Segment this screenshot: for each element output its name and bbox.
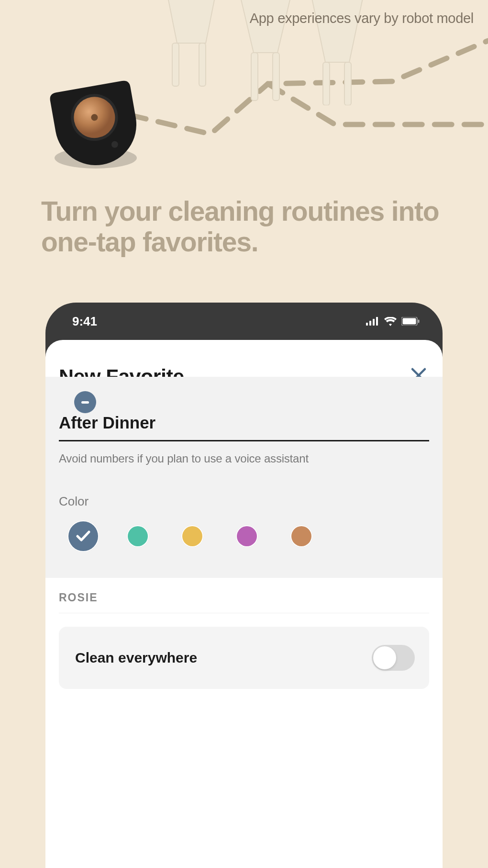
color-swatch-row — [59, 526, 429, 546]
svg-rect-13 — [373, 319, 375, 326]
toggle-knob — [373, 646, 396, 669]
hero-disclaimer: App experiences vary by robot model — [250, 11, 474, 26]
robot-section: ROSIE Clean everywhere — [45, 578, 443, 689]
svg-rect-12 — [369, 321, 371, 326]
color-swatch-3[interactable] — [237, 526, 257, 546]
favorite-config-panel: Avoid numbers if you plan to use a voice… — [45, 377, 443, 578]
color-section-label: Color — [59, 494, 429, 509]
svg-rect-14 — [376, 317, 378, 326]
svg-rect-16 — [403, 318, 416, 325]
clean-everywhere-row: Clean everywhere — [59, 627, 429, 689]
modal-sheet: New Favorite Avoid numbers if you plan t… — [45, 340, 443, 868]
clean-everywhere-label: Clean everywhere — [75, 650, 197, 666]
color-swatch-1[interactable] — [128, 526, 148, 546]
check-icon — [76, 530, 90, 542]
status-time: 9:41 — [72, 314, 97, 329]
status-icons — [366, 317, 420, 326]
status-bar: 9:41 — [45, 303, 443, 340]
svg-rect-17 — [418, 320, 420, 323]
color-swatch-4[interactable] — [291, 526, 311, 546]
cellular-icon — [366, 317, 379, 326]
favorite-name-hint: Avoid numbers if you plan to use a voice… — [59, 452, 429, 465]
remove-chip-button[interactable] — [74, 391, 96, 413]
battery-icon — [401, 317, 420, 326]
minus-icon — [81, 401, 89, 404]
clean-everywhere-toggle[interactable] — [372, 645, 415, 671]
wifi-icon — [384, 317, 397, 326]
hero-headline: Turn your cleaning routines into one-tap… — [41, 196, 447, 258]
robot-section-title: ROSIE — [59, 591, 429, 604]
color-swatch-0[interactable] — [68, 521, 98, 551]
svg-rect-11 — [366, 323, 368, 326]
divider — [59, 613, 429, 613]
color-swatch-2[interactable] — [182, 526, 202, 546]
favorite-name-input[interactable] — [59, 410, 429, 441]
phone-mockup: 9:41 New Favorite Avoid numbers if you p… — [45, 303, 443, 868]
